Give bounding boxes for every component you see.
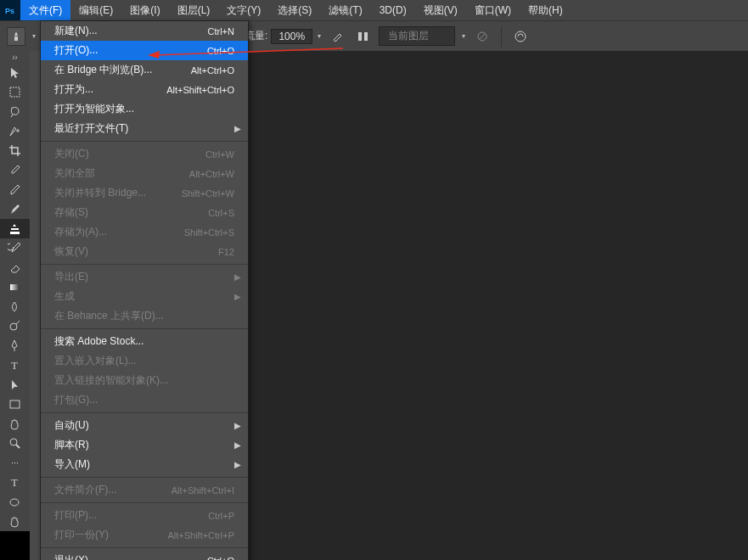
separator [501, 26, 502, 47]
menu-item-shortcut: Ctrl+O [207, 46, 234, 56]
menu-item[interactable]: 打开为...Alt+Shift+Ctrl+O [41, 80, 248, 99]
dodge-tool[interactable] [0, 316, 30, 336]
quick-select-tool[interactable] [0, 121, 30, 141]
hand-tool[interactable] [0, 414, 30, 434]
chevron-down-icon[interactable]: ▾ [462, 32, 465, 40]
menu-item-label: 存储为(A)... [54, 225, 184, 239]
chevron-down-icon[interactable]: ▾ [318, 32, 321, 40]
menu-item: 打包(G)... [41, 390, 248, 410]
ps-logo-icon: Ps [0, 0, 20, 20]
type-tool-2[interactable]: T [0, 473, 30, 492]
blur-tool[interactable] [0, 297, 30, 316]
menu-滤镜t[interactable]: 滤镜(T) [320, 0, 370, 20]
menu-item: 关闭(C)Ctrl+W [41, 144, 248, 164]
menu-separator [41, 412, 248, 413]
menu-item-label: 生成 [54, 289, 234, 304]
menu-item[interactable]: 导入(M)▶ [41, 455, 248, 474]
tool-preset-icon[interactable] [7, 27, 25, 46]
move-tool[interactable] [0, 63, 30, 82]
flow-value[interactable]: 100% [271, 29, 312, 44]
shape-tool[interactable] [0, 492, 30, 512]
type-tool[interactable]: T [0, 356, 30, 375]
toolbar-grip-icon[interactable]: ›› [0, 51, 30, 63]
pressure-size-icon[interactable] [510, 26, 531, 47]
menu-文件f[interactable]: 文件(F) [20, 0, 70, 20]
menu-separator [41, 264, 248, 265]
ignore-adjustment-icon[interactable] [472, 26, 492, 47]
pen-tool[interactable] [0, 336, 30, 356]
menu-separator [41, 502, 248, 503]
svg-rect-11 [10, 284, 20, 290]
align-icon[interactable] [353, 26, 374, 47]
menu-item[interactable]: 退出(X)Ctrl+Q [41, 551, 248, 560]
menu-item[interactable]: 在 Bridge 中浏览(B)...Alt+Ctrl+O [41, 60, 248, 80]
menu-item-label: 关闭全部 [54, 166, 189, 181]
svg-text:Ps: Ps [5, 7, 14, 15]
lasso-tool[interactable] [0, 102, 30, 121]
hand-tool-2[interactable] [0, 512, 30, 531]
sample-layer-select[interactable]: 当前图层 [379, 26, 455, 46]
menu-item-label: 关闭并转到 Bridge... [54, 186, 182, 200]
menu-图像i[interactable]: 图像(I) [121, 0, 168, 20]
svg-text:···: ··· [11, 457, 19, 468]
menu-item[interactable]: 打开为智能对象... [41, 99, 248, 119]
menu-item[interactable]: 脚本(R)▶ [41, 435, 248, 455]
eraser-tool[interactable] [0, 258, 30, 277]
menu-item-shortcut: Alt+Ctrl+W [189, 169, 234, 179]
healing-brush-tool[interactable] [0, 180, 30, 199]
svg-text:T: T [11, 359, 18, 372]
tools-panel: ›› T···T [0, 51, 30, 531]
airbrush-icon[interactable] [328, 26, 348, 47]
menu-item: 生成▶ [41, 287, 248, 306]
menu-item-label: 打开(O)... [54, 43, 207, 58]
menu-图层l[interactable]: 图层(L) [169, 0, 219, 20]
menu-item: 导出(E)▶ [41, 267, 248, 287]
history-brush-tool[interactable] [0, 238, 30, 258]
menu-item: 打印(P)...Ctrl+P [41, 506, 248, 525]
menu-item-label: 在 Bridge 中浏览(B)... [54, 63, 191, 77]
menu-item-shortcut: Alt+Ctrl+O [191, 65, 234, 76]
menu-item-label: 搜索 Adobe Stock... [54, 334, 234, 349]
menu-item-shortcut: Shift+Ctrl+W [182, 188, 234, 199]
svg-rect-6 [364, 32, 368, 41]
menu-item-label: 打印(P)... [54, 508, 208, 523]
menu-item: 存储(S)Ctrl+S [41, 203, 248, 222]
menu-文字y[interactable]: 文字(Y) [218, 0, 269, 20]
submenu-arrow-icon: ▶ [234, 124, 241, 133]
menu-编辑e[interactable]: 编辑(E) [70, 0, 121, 20]
menu-item: 在 Behance 上共享(D)... [41, 306, 248, 326]
menu-item: 打印一份(Y)Alt+Shift+Ctrl+P [41, 525, 248, 545]
menu-窗口w[interactable]: 窗口(W) [466, 0, 520, 20]
edit-toolbar[interactable]: ··· [0, 453, 30, 473]
submenu-arrow-icon: ▶ [234, 272, 241, 282]
menu-item-label: 恢复(V) [54, 244, 218, 259]
eyedropper-tool[interactable] [0, 160, 30, 180]
menu-item[interactable]: 打开(O)...Ctrl+O [41, 41, 248, 60]
file-menu-dropdown: 新建(N)...Ctrl+N打开(O)...Ctrl+O在 Bridge 中浏览… [40, 20, 249, 560]
marquee-tool[interactable] [0, 82, 30, 102]
brush-tool[interactable] [0, 199, 30, 219]
clone-stamp-tool[interactable] [0, 219, 30, 238]
menu-3dd[interactable]: 3D(D) [371, 0, 415, 20]
menu-item-label: 在 Behance 上共享(D)... [54, 309, 234, 323]
menu-选择s[interactable]: 选择(S) [269, 0, 320, 20]
path-select-tool[interactable] [0, 375, 30, 395]
menu-视图v[interactable]: 视图(V) [415, 0, 466, 20]
menu-item-shortcut: Ctrl+P [208, 511, 234, 521]
menu-item: 文件简介(F)...Alt+Shift+Ctrl+I [41, 480, 248, 500]
menu-item-label: 置入链接的智能对象(K)... [54, 373, 234, 388]
crop-tool[interactable] [0, 141, 30, 160]
rectangle-tool[interactable] [0, 395, 30, 414]
menu-separator [41, 477, 248, 478]
gradient-tool[interactable] [0, 277, 30, 297]
menu-item[interactable]: 搜索 Adobe Stock... [41, 332, 248, 351]
menu-item-label: 新建(N)... [54, 24, 208, 38]
menu-帮助h[interactable]: 帮助(H) [520, 0, 571, 20]
menu-item[interactable]: 新建(N)...Ctrl+N [41, 21, 248, 41]
chevron-down-icon[interactable]: ▾ [32, 32, 36, 40]
zoom-tool[interactable] [0, 434, 30, 453]
menu-item-shortcut: Ctrl+W [205, 149, 234, 160]
menu-item[interactable]: 最近打开文件(T)▶ [41, 119, 248, 138]
menu-item-label: 打包(G)... [54, 393, 234, 407]
menu-item[interactable]: 自动(U)▶ [41, 416, 248, 435]
